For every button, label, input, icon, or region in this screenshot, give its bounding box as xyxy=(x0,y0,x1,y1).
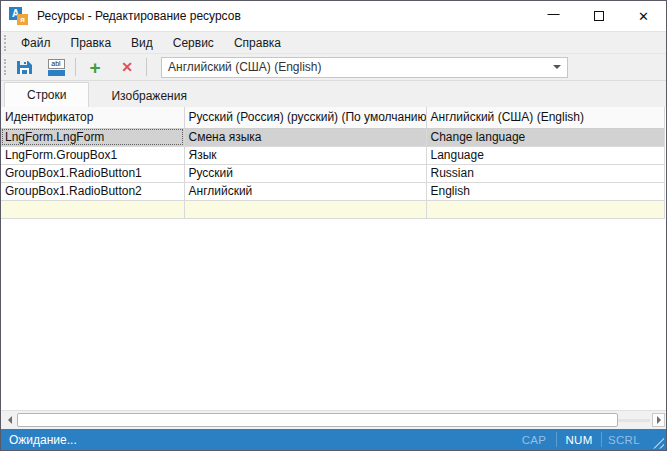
window-controls: — ✕ xyxy=(531,1,666,31)
cell-russian-empty[interactable] xyxy=(184,200,426,218)
language-combobox-value: Английский (США) (English) xyxy=(162,60,547,74)
resource-grid: Идентификатор Русский (Россия) (русский)… xyxy=(1,107,666,410)
rename-resource-button[interactable]: abl xyxy=(43,55,69,79)
cell-russian[interactable]: Смена языка xyxy=(184,128,426,146)
chevron-down-icon xyxy=(553,65,561,69)
minimize-icon: — xyxy=(548,7,560,21)
toolbar-separator xyxy=(75,58,76,76)
strings-table: Идентификатор Русский (Россия) (русский)… xyxy=(1,107,665,219)
tab-strings[interactable]: Строки xyxy=(4,82,89,107)
cell-russian[interactable]: Английский xyxy=(184,182,426,200)
table-row[interactable]: GroupBox1.RadioButton1 Русский Russian xyxy=(1,164,664,182)
menu-file[interactable]: Файл xyxy=(11,32,61,53)
menu-grip-handle[interactable] xyxy=(4,35,7,51)
rename-abl-label: abl xyxy=(48,59,65,69)
table-row[interactable]: LngForm.LngForm Смена языка Change langu… xyxy=(1,128,664,146)
new-row[interactable] xyxy=(1,200,664,218)
maximize-button[interactable] xyxy=(576,1,621,31)
add-resource-button[interactable]: + xyxy=(82,55,108,79)
toolbar-separator-2 xyxy=(146,58,147,76)
cell-english[interactable]: Change language xyxy=(426,128,664,146)
scrollbar-thumb[interactable] xyxy=(17,413,618,427)
rename-abl-icon: abl xyxy=(47,59,66,76)
close-icon: ✕ xyxy=(638,9,649,24)
app-window: A я Ресурсы - Редактирование ресурсов — … xyxy=(0,0,667,451)
rename-abl-bar xyxy=(48,70,65,76)
num-lock-indicator: NUM xyxy=(557,434,601,446)
cell-russian[interactable]: Русский xyxy=(184,164,426,182)
toolbar-grip-handle[interactable] xyxy=(4,59,7,75)
plus-icon: + xyxy=(89,58,100,77)
scroll-right-button[interactable] xyxy=(652,413,665,427)
menu-bar: Файл Правка Вид Сервис Справка xyxy=(1,31,666,53)
cell-identifier[interactable]: LngForm.LngForm xyxy=(1,128,184,146)
status-message: Ожидание... xyxy=(1,433,512,447)
cell-russian[interactable]: Язык xyxy=(184,146,426,164)
arrow-left-icon xyxy=(8,416,12,424)
menu-help[interactable]: Справка xyxy=(224,32,291,53)
close-button[interactable]: ✕ xyxy=(621,1,666,31)
cell-english[interactable]: Russian xyxy=(426,164,664,182)
window-title: Ресурсы - Редактирование ресурсов xyxy=(37,9,241,23)
titlebar: A я Ресурсы - Редактирование ресурсов — … xyxy=(1,1,666,31)
language-combobox[interactable]: Английский (США) (English) xyxy=(161,57,568,78)
save-button[interactable] xyxy=(11,55,37,79)
table-row[interactable]: GroupBox1.RadioButton2 Английский Englis… xyxy=(1,182,664,200)
delete-x-icon: ✕ xyxy=(121,60,133,74)
cell-identifier[interactable]: GroupBox1.RadioButton1 xyxy=(1,164,184,182)
minimize-button[interactable]: — xyxy=(531,1,576,31)
cell-english-empty[interactable] xyxy=(426,200,664,218)
caps-lock-indicator: CAP xyxy=(512,434,556,446)
column-header-identifier[interactable]: Идентификатор xyxy=(1,107,184,128)
table-row[interactable]: LngForm.GroupBox1 Язык Language xyxy=(1,146,664,164)
cell-english[interactable]: Language xyxy=(426,146,664,164)
combobox-dropdown-button[interactable] xyxy=(547,58,567,77)
table-header-row: Идентификатор Русский (Россия) (русский)… xyxy=(1,107,664,128)
cell-identifier-empty[interactable] xyxy=(1,200,184,218)
cell-identifier[interactable]: LngForm.GroupBox1 xyxy=(1,146,184,164)
app-icon: A я xyxy=(9,7,29,25)
floppy-disk-icon xyxy=(16,59,33,76)
column-header-russian[interactable]: Русский (Россия) (русский) (По умолчанию… xyxy=(184,107,426,128)
menu-view[interactable]: Вид xyxy=(121,32,163,53)
delete-resource-button[interactable]: ✕ xyxy=(114,55,140,79)
horizontal-scrollbar[interactable] xyxy=(1,410,666,429)
column-header-english[interactable]: Английский (США) (English) xyxy=(426,107,664,128)
maximize-icon xyxy=(594,11,604,21)
translate-icon-cyrillic: я xyxy=(17,14,28,25)
tab-strip: Строки Изображения xyxy=(1,81,666,107)
tab-images[interactable]: Изображения xyxy=(89,84,208,107)
menu-service[interactable]: Сервис xyxy=(163,32,224,53)
scroll-lock-indicator: SCRL xyxy=(602,434,646,446)
resize-grip[interactable] xyxy=(650,435,664,449)
toolbar: abl + ✕ Английский (США) (English) xyxy=(1,53,666,81)
cell-english[interactable]: English xyxy=(426,182,664,200)
arrow-right-icon xyxy=(657,416,661,424)
scrollbar-track[interactable] xyxy=(618,419,650,422)
status-bar: Ожидание... CAP NUM SCRL xyxy=(1,429,666,450)
cell-identifier[interactable]: GroupBox1.RadioButton2 xyxy=(1,182,184,200)
menu-edit[interactable]: Правка xyxy=(61,32,122,53)
scroll-left-button[interactable] xyxy=(3,413,16,427)
